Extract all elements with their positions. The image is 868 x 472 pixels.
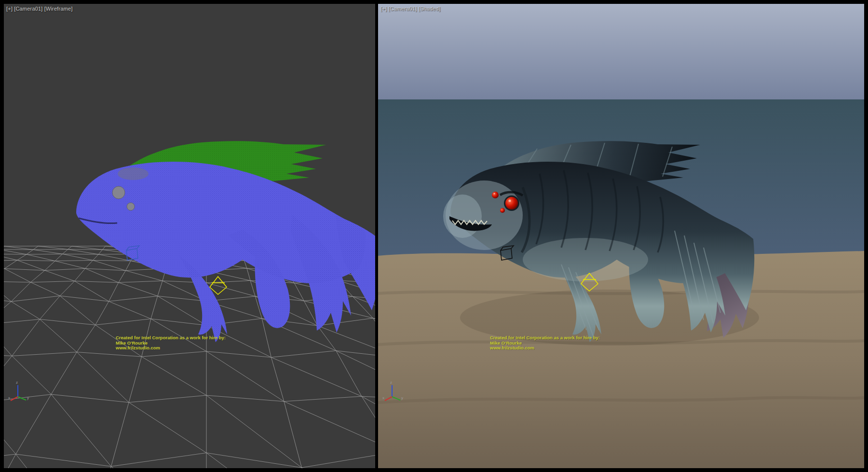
- wireframe-scene-canvas[interactable]: [4, 4, 375, 468]
- viewport-layout: [+] [Camera01] [Wireframe] Created for I…: [0, 0, 868, 472]
- shaded-scene-canvas[interactable]: [378, 4, 864, 468]
- viewport-wireframe[interactable]: [+] [Camera01] [Wireframe] Created for I…: [4, 4, 375, 468]
- axis-y-label: y: [27, 396, 29, 400]
- eye-glint-small: [494, 193, 495, 194]
- axis-z-label: z: [16, 380, 18, 385]
- belly-highlight: [523, 238, 648, 281]
- axis-y: [392, 397, 400, 400]
- watermark: Created for Intel Corporation as a work …: [490, 335, 600, 351]
- world-axis-tripod: z x y: [382, 379, 404, 403]
- axis-y: [18, 397, 26, 400]
- eye-small-lower: [500, 208, 505, 213]
- axis-x-label: x: [8, 396, 10, 400]
- fish-eye-small: [127, 203, 135, 210]
- eye-small-upper: [492, 192, 499, 198]
- viewport-menu-shading[interactable]: [Wireframe]: [44, 6, 73, 12]
- head-shading: [118, 167, 149, 180]
- viewport-label-shaded: [+] [Camera01] [Shaded]: [380, 6, 440, 12]
- viewport-menu-general[interactable]: [+]: [6, 6, 13, 12]
- watermark-line-3: www.frilzstudio.com: [116, 346, 226, 351]
- viewport-shaded[interactable]: [+] [Camera01] [Shaded] Created for Inte…: [378, 4, 864, 468]
- viewport-menu-pov[interactable]: [Camera01]: [14, 6, 42, 12]
- sky: [378, 4, 864, 100]
- watermark-line-3: www.frilzstudio.com: [490, 346, 600, 351]
- ground-plane: [378, 251, 864, 468]
- fish-eye-large: [112, 186, 125, 199]
- watermark-line-1: Created for Intel Corporation as a work …: [116, 335, 226, 341]
- eye-large: [505, 197, 518, 209]
- viewport-menu-shading[interactable]: [Shaded]: [419, 6, 441, 12]
- axis-x: [385, 397, 392, 401]
- world-axis-tripod: z x y: [8, 379, 30, 403]
- axis-x-label: x: [382, 396, 384, 400]
- eye-glint: [509, 200, 511, 202]
- viewport-menu-pov[interactable]: [Camera01]: [388, 6, 417, 12]
- axis-z-label: z: [390, 380, 392, 385]
- watermark-line-1: Created for Intel Corporation as a work …: [490, 335, 600, 341]
- axis-y-label: y: [401, 396, 403, 400]
- watermark: Created for Intel Corporation as a work …: [116, 335, 226, 351]
- viewport-menu-general[interactable]: [+]: [380, 6, 387, 12]
- axis-x: [11, 397, 18, 401]
- viewport-label-wireframe: [+] [Camera01] [Wireframe]: [6, 6, 73, 12]
- snout-highlight: [443, 194, 482, 238]
